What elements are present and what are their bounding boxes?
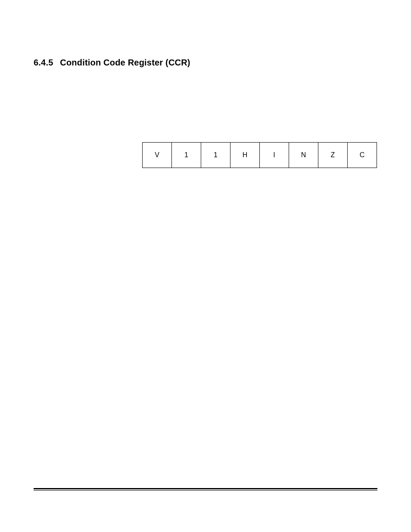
bit-cell: 1 — [201, 143, 230, 168]
ccr-register-diagram: V 1 1 H I N Z C — [142, 142, 377, 168]
document-page: 6.4.5 Condition Code Register (CCR) V 1 … — [0, 0, 411, 532]
bit-cell: C — [348, 143, 377, 168]
bit-cell: 1 — [172, 143, 201, 168]
bit-cell: I — [260, 143, 289, 168]
bit-cell: N — [289, 143, 318, 168]
footer-rule-thin — [34, 490, 377, 491]
footer-rules — [34, 488, 377, 491]
bit-cell: V — [143, 143, 172, 168]
footer-rule-thick — [34, 488, 377, 489]
bit-cell: H — [230, 143, 260, 168]
section-title: Condition Code Register (CCR) — [60, 58, 190, 67]
section-number: 6.4.5 — [34, 58, 53, 67]
section-heading: 6.4.5 Condition Code Register (CCR) — [34, 58, 190, 68]
register-row: V 1 1 H I N Z C — [143, 143, 377, 168]
bit-cell: Z — [318, 143, 348, 168]
